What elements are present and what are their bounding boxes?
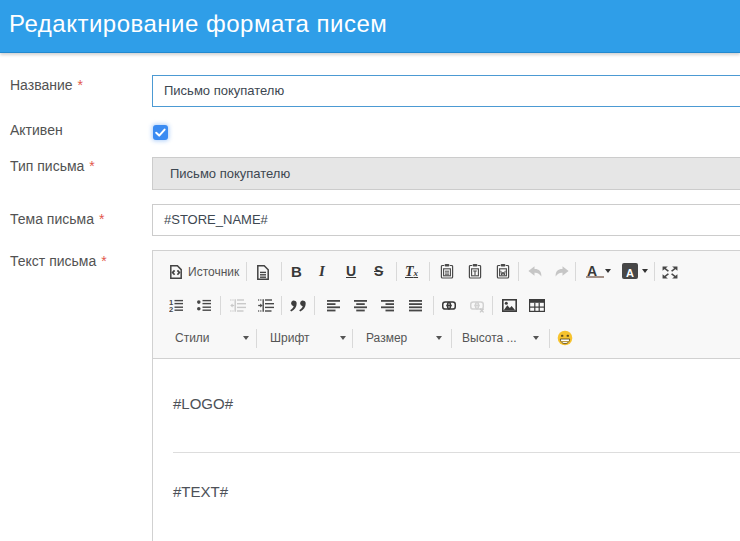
svg-text:2: 2 — [169, 305, 173, 312]
